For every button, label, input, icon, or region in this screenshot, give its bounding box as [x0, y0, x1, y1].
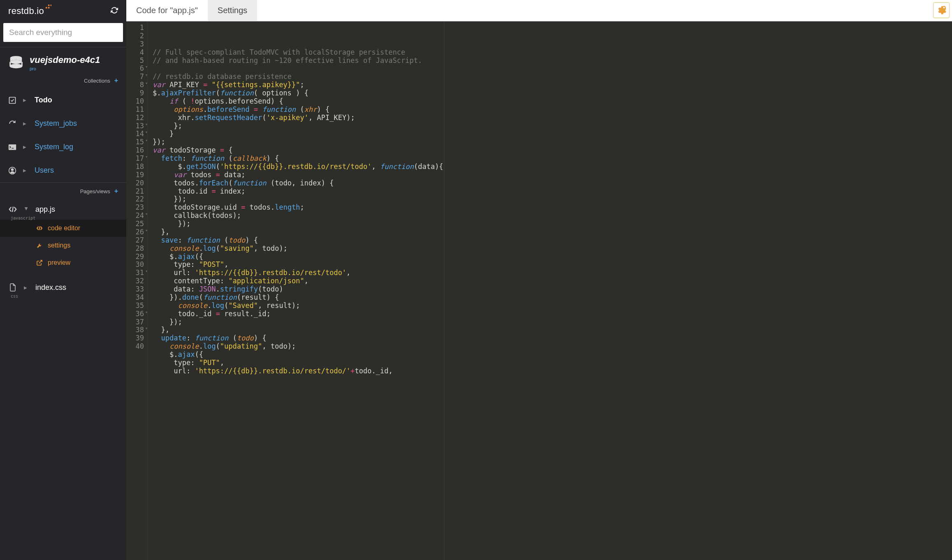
code-icon: [36, 225, 43, 231]
svg-rect-1: [48, 7, 50, 9]
database-name: vuejsdemo-e4c1: [30, 55, 100, 65]
svg-point-13: [943, 7, 945, 9]
svg-rect-3: [51, 5, 51, 6]
divider: [0, 182, 126, 183]
tab-settings[interactable]: Settings: [208, 0, 257, 21]
file-label-appjs: app.js: [35, 205, 55, 214]
pages-label: Pages/views: [80, 188, 110, 194]
svg-rect-2: [48, 5, 50, 6]
sidebar-header: restdb.io: [0, 0, 126, 21]
caret-icon: ▶: [24, 285, 29, 290]
caret-icon: ▶: [23, 168, 28, 173]
terminal-icon: [8, 143, 16, 151]
pages-section: Pages/views + ▶ app.js javascript code e…: [0, 186, 126, 298]
code-icon: [8, 205, 17, 214]
checkbox-icon: [8, 96, 16, 104]
main-panel: Code for "app.js" Settings 123456▾7▾8▾91…: [126, 0, 952, 560]
subitem-preview[interactable]: preview: [0, 254, 126, 271]
collections-label: Collections: [84, 78, 110, 84]
database-plan: pro: [30, 66, 100, 71]
svg-rect-9: [9, 144, 16, 150]
subitem-label-preview: preview: [48, 259, 70, 266]
nav-item-users[interactable]: ▶ Users: [0, 159, 126, 182]
wrench-icon: [36, 242, 43, 249]
collections-section-header: Collections +: [0, 75, 126, 88]
file-label-indexcss: index.css: [35, 283, 66, 292]
refresh-icon[interactable]: [111, 7, 118, 16]
logo-text: restdb.io: [8, 6, 44, 16]
editor-margin-line: [444, 21, 444, 560]
add-page-icon[interactable]: +: [114, 187, 118, 195]
editor-gutter: 123456▾7▾8▾910111213▾14▾15▾1617▾18192021…: [126, 21, 148, 560]
external-link-icon: [36, 259, 43, 266]
sidebar: restdb.io vuejsdemo-e4c1 pro Collections…: [0, 0, 126, 560]
nav-label-users: Users: [35, 166, 54, 175]
tab-code[interactable]: Code for "app.js": [126, 0, 208, 21]
reload-icon: [8, 120, 16, 128]
subitem-code-editor[interactable]: code editor: [0, 220, 126, 237]
pages-section-header: Pages/views +: [0, 186, 126, 199]
caret-icon: ▶: [23, 98, 28, 102]
search-wrap: [0, 21, 126, 47]
subitem-label-settings: settings: [48, 242, 70, 249]
code-editor[interactable]: 123456▾7▾8▾910111213▾14▾15▾1617▾18192021…: [126, 21, 952, 560]
caret-icon: ▶: [23, 121, 28, 126]
file-type-indexcss: css: [11, 294, 18, 299]
svg-point-11: [12, 169, 14, 171]
svg-point-6: [10, 60, 22, 64]
subitem-settings[interactable]: settings: [0, 237, 126, 254]
logo-dots-icon: [46, 4, 51, 12]
file-icon: [8, 283, 17, 292]
file-item-indexcss[interactable]: ▶ index.css css: [0, 277, 126, 298]
svg-rect-8: [9, 97, 16, 103]
topbar: Code for "app.js" Settings: [126, 0, 952, 21]
editor-code-area[interactable]: // Full spec-compliant TodoMVC with loca…: [148, 21, 952, 560]
nav-item-todo[interactable]: ▶ Todo: [0, 88, 126, 112]
svg-point-7: [10, 64, 22, 68]
database-block[interactable]: vuejsdemo-e4c1 pro: [0, 47, 126, 75]
chevron-down-icon: ▶: [24, 207, 29, 212]
nav-label-system-jobs: System_jobs: [35, 119, 77, 128]
nav-label-todo: Todo: [35, 96, 52, 104]
add-collection-icon[interactable]: +: [114, 77, 118, 84]
file-type-appjs: javascript: [11, 216, 35, 220]
user-icon: [8, 167, 16, 175]
settings-gear-button[interactable]: [933, 2, 950, 18]
database-icon: [8, 55, 24, 72]
svg-rect-0: [46, 7, 47, 9]
file-item-appjs[interactable]: ▶ app.js javascript: [0, 199, 126, 220]
caret-icon: ▶: [23, 145, 28, 149]
nav-item-system-log[interactable]: ▶ System_log: [0, 135, 126, 159]
logo[interactable]: restdb.io: [8, 6, 51, 16]
subitem-label-code-editor: code editor: [48, 224, 80, 232]
nav-label-system-log: System_log: [35, 143, 73, 151]
nav-item-system-jobs[interactable]: ▶ System_jobs: [0, 112, 126, 135]
search-input[interactable]: [3, 23, 123, 42]
